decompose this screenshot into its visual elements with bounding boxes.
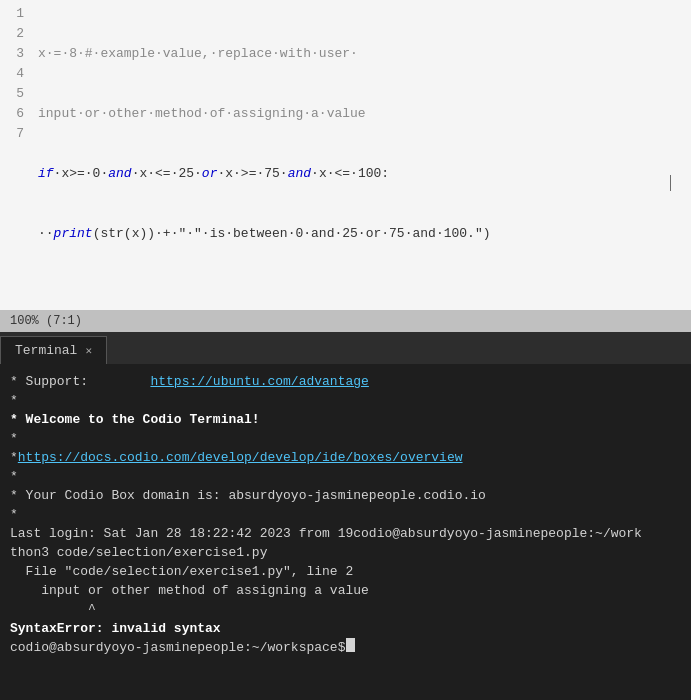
terminal-tab-close[interactable]: ✕: [85, 344, 92, 357]
support-link: https://ubuntu.com/advantage: [150, 372, 368, 391]
terminal-line-2: *: [10, 391, 681, 410]
terminal-line-14: SyntaxError: invalid syntax: [10, 619, 681, 638]
docs-link: https://docs.codio.com/develop/develop/i…: [18, 448, 463, 467]
code-line-5: [38, 284, 691, 304]
status-bar: 100% (7:1): [0, 310, 691, 332]
code-line-4: ··print(str(x))·+·"·"·is·between·0·and·2…: [38, 224, 691, 244]
terminal-cursor: [346, 638, 355, 652]
support-label: * Support:: [10, 372, 150, 391]
tab-bar: Terminal ✕: [0, 332, 691, 364]
terminal-line-12: input or other method of assigning a val…: [10, 581, 681, 600]
code-line-3: if·x>=·0·and·x·<=·25·or·x·>=·75·and·x·<=…: [38, 164, 691, 184]
status-text: 100% (7:1): [10, 314, 82, 328]
line-numbers: 1 2 3 4 5 6 7: [0, 0, 30, 310]
terminal-line-7: * Your Codio Box domain is: absurdyoyo-j…: [10, 486, 681, 505]
terminal-line-8: *: [10, 505, 681, 524]
terminal-line-10: thon3 code/selection/exercise1.py: [10, 543, 681, 562]
code-line-1: x·=·8·#·example·value,·replace·with·user…: [38, 44, 691, 64]
editor-panel: 1 2 3 4 5 6 7 x·=·8·#·example·value,·rep…: [0, 0, 691, 310]
terminal-line-6: *: [10, 467, 681, 486]
terminal-line-9: Last login: Sat Jan 28 18:22:42 2023 fro…: [10, 524, 681, 543]
terminal-tab-label: Terminal: [15, 343, 77, 358]
syntax-error: SyntaxError: invalid syntax: [10, 619, 221, 638]
terminal-prompt: codio@absurdyoyo-jasminepeople:~/workspa…: [10, 638, 345, 657]
terminal-line-4: *: [10, 429, 681, 448]
code-content[interactable]: x·=·8·#·example·value,·replace·with·user…: [30, 0, 691, 310]
terminal-line-1: * Support: https://ubuntu.com/advantage: [10, 372, 681, 391]
terminal-line-11: File "code/selection/exercise1.py", line…: [10, 562, 681, 581]
terminal-prompt-line[interactable]: codio@absurdyoyo-jasminepeople:~/workspa…: [10, 638, 681, 657]
terminal-tab[interactable]: Terminal ✕: [0, 336, 107, 364]
code-line-2: input·or·other·method·of·assigning·a·val…: [38, 104, 691, 124]
terminal-panel[interactable]: * Support: https://ubuntu.com/advantage …: [0, 364, 691, 700]
terminal-line-5: * https://docs.codio.com/develop/develop…: [10, 448, 681, 467]
cursor-beam: [670, 175, 671, 191]
terminal-line-3: * Welcome to the Codio Terminal!: [10, 410, 681, 429]
terminal-line-13: ^: [10, 600, 681, 619]
